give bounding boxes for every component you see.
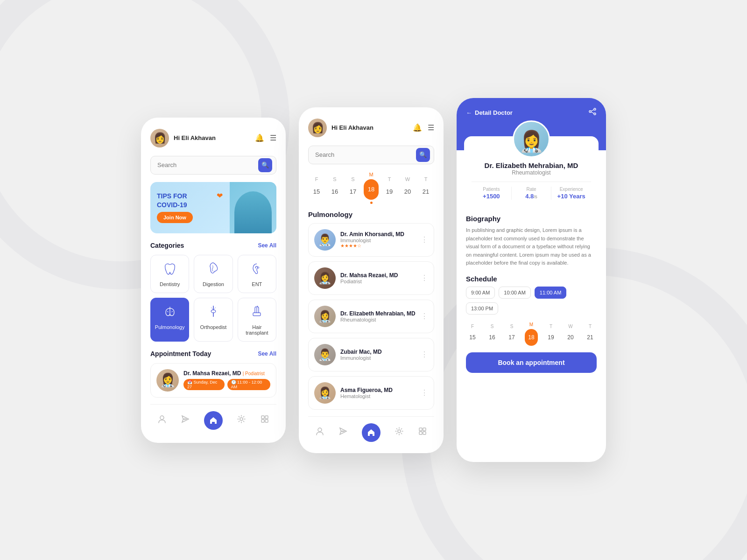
doctor-menu-3[interactable]: ⋮ <box>421 350 428 359</box>
nav-person-icon[interactable] <box>157 414 167 426</box>
category-pulmonology[interactable]: Pulmonology <box>150 298 189 342</box>
cal-day-18[interactable]: M 18 <box>363 172 380 204</box>
screen1: 👩 Hi Eli Akhavan 🔔 ☰ 🔍 TIPS FORCOVID-19 … <box>141 118 286 443</box>
screen2-avatar: 👩 <box>308 119 327 137</box>
cal-day-20[interactable]: W 20 <box>399 176 416 199</box>
screen2-search-input[interactable] <box>315 151 416 158</box>
screen2-nav-person[interactable] <box>315 427 324 438</box>
nav-send-icon[interactable] <box>181 414 190 426</box>
biography-text: In publishing and graphic design, Lorem … <box>466 226 597 267</box>
cal-day-16[interactable]: S 16 <box>326 176 343 199</box>
screen2-nav-grid[interactable] <box>418 427 427 438</box>
doctor-card-1[interactable]: 👩‍⚕️ Dr. Mahsa Rezaei, MD Podiatrist ⋮ <box>308 261 434 295</box>
nav-grid-icon[interactable] <box>260 414 269 426</box>
doctor-main-name: Dr. Elizabeth Mehrabian, MD <box>472 161 591 169</box>
screen2: 👩 Hi Eli Akhavan 🔔 ☰ 🔍 F 15 S 16 S 1 <box>299 107 444 453</box>
screen2-bell-icon[interactable]: 🔔 <box>413 123 422 132</box>
dentistry-label: Dentistry <box>160 281 180 287</box>
appointment-time-tag: 🕐 11:00 - 12:00 AM <box>227 379 270 390</box>
category-dentistry[interactable]: Dentistry <box>150 255 189 293</box>
time-slot-1[interactable]: 10:00 AM <box>499 287 530 299</box>
svg-rect-5 <box>261 416 264 419</box>
category-digestion[interactable]: Digestion <box>194 255 233 293</box>
doctor-specialty-2: Rheumatologist <box>340 317 416 322</box>
rate-value: 4.8/5 <box>525 193 537 200</box>
detail-cal-18[interactable]: M 18 <box>525 322 538 346</box>
detail-cal-20[interactable]: W 20 <box>564 324 577 344</box>
detail-calendar: F 15 S 16 S 17 M 18 T 19 <box>466 322 597 346</box>
time-slot-0[interactable]: 9:00 AM <box>466 287 495 299</box>
search-button[interactable]: 🔍 <box>258 158 272 172</box>
screen2-menu-icon[interactable]: ☰ <box>428 123 434 132</box>
cal-day-15[interactable]: F 15 <box>308 176 325 199</box>
detail-cal-17[interactable]: S 17 <box>505 324 518 344</box>
screen2-nav-gear[interactable] <box>395 427 404 438</box>
doctor-card-3[interactable]: 👨‍⚕️ Zubair Mac, MD Immunologist ⋮ <box>308 338 434 371</box>
detail-cal-15[interactable]: F 15 <box>466 324 479 344</box>
category-orthopedist[interactable]: Orthopedist <box>194 298 233 342</box>
joint-icon <box>206 304 221 322</box>
detail-cal-19[interactable]: T 19 <box>544 324 557 344</box>
categories-grid: Dentistry Digestion <box>150 255 276 342</box>
detail-cal-21[interactable]: T 21 <box>584 324 597 344</box>
doctor-name-4: Asma Figueroa, MD <box>340 387 416 393</box>
doctor-menu-1[interactable]: ⋮ <box>421 273 428 282</box>
pulmonology-title: Pulmonology <box>308 210 434 218</box>
nav-home-icon[interactable] <box>204 411 223 430</box>
screen3: ← Detail Doctor 👩‍⚕️ Dr. Elizabeth Mehra… <box>457 98 606 462</box>
patients-label: Patients <box>483 187 500 192</box>
detail-title: Detail Doctor <box>475 109 513 116</box>
screens-container: 👩 Hi Eli Akhavan 🔔 ☰ 🔍 TIPS FORCOVID-19 … <box>141 98 606 462</box>
biography-title: Biography <box>466 215 597 223</box>
time-slot-3[interactable]: 13:00 PM <box>466 302 498 315</box>
patients-value: +1500 <box>483 193 500 200</box>
doctor-menu-4[interactable]: ⋮ <box>421 388 428 397</box>
rate-label: Rate <box>526 187 536 192</box>
doctor-card-0[interactable]: 👨‍⚕️ Dr. Amin Khorsandi, MD Immunologist… <box>308 223 434 257</box>
back-button[interactable]: ← Detail Doctor <box>466 109 513 116</box>
svg-rect-2 <box>253 313 261 315</box>
ent-label: ENT <box>252 281 262 287</box>
avatar: 👩 <box>150 129 169 147</box>
doctor-card-4[interactable]: 👩‍⚕️ Asma Figueroa, MD Hematologist ⋮ <box>308 376 434 410</box>
time-slot-2[interactable]: 11:00 AM <box>535 287 566 299</box>
svg-point-9 <box>318 428 322 432</box>
digestion-icon <box>206 261 221 279</box>
doctor-info-2: Dr. Elizabeth Mehrabian, MD Rheumatologi… <box>340 310 416 322</box>
appointment-date-tag: 📅 Sunday, Dec 27 <box>183 379 225 390</box>
categories-see-all[interactable]: See All <box>258 242 276 249</box>
appointment-see-all[interactable]: See All <box>258 350 276 357</box>
heart-icon: ❤ <box>217 191 223 200</box>
detail-cal-16[interactable]: S 16 <box>486 324 499 344</box>
screen2-nav-send[interactable] <box>338 427 348 438</box>
svg-point-0 <box>258 266 259 268</box>
doctor-card-2[interactable]: 👩‍⚕️ Dr. Elizabeth Mehrabian, MD Rheumat… <box>308 300 434 333</box>
book-appointment-button[interactable]: Book an appointment <box>466 352 597 373</box>
screen2-greeting: Hi Eli Akhavan <box>331 124 413 131</box>
join-now-button[interactable]: Join Now <box>157 212 193 223</box>
doctor-info-3: Zubair Mac, MD Immunologist <box>340 349 416 361</box>
cal-day-17[interactable]: S 17 <box>345 176 361 199</box>
screen2-search-button[interactable]: 🔍 <box>416 148 430 162</box>
search-input[interactable] <box>157 161 258 168</box>
screen2-nav-home[interactable] <box>362 423 381 442</box>
appointment-card[interactable]: 👩‍⚕️ Dr. Mahsa Rezaei, MD | Podiatrist 📅… <box>150 363 276 398</box>
search-bar: 🔍 <box>150 156 276 175</box>
category-ent[interactable]: ENT <box>238 255 276 293</box>
screen2-header: 👩 Hi Eli Akhavan 🔔 ☰ <box>308 119 434 137</box>
doctor-info-0: Dr. Amin Khorsandi, MD Immunologist ★★★★… <box>340 231 416 248</box>
cal-day-19[interactable]: T 19 <box>381 176 398 199</box>
detail-top-row: ← Detail Doctor <box>466 107 597 118</box>
stat-experience: Experience +10 Years <box>551 187 591 200</box>
bell-icon[interactable]: 🔔 <box>255 133 264 142</box>
nav-gear-icon[interactable] <box>237 414 246 426</box>
schedule-title: Schedule <box>466 275 597 283</box>
doctor-menu-0[interactable]: ⋮ <box>421 235 428 244</box>
cal-day-21[interactable]: T 21 <box>417 176 434 199</box>
category-hair[interactable]: Hair transplant <box>238 298 276 342</box>
screen2-header-icons: 🔔 ☰ <box>413 123 434 132</box>
share-button[interactable] <box>588 107 597 118</box>
doctor-name-0: Dr. Amin Khorsandi, MD <box>340 231 416 238</box>
menu-icon[interactable]: ☰ <box>270 133 276 142</box>
doctor-menu-2[interactable]: ⋮ <box>421 312 428 321</box>
